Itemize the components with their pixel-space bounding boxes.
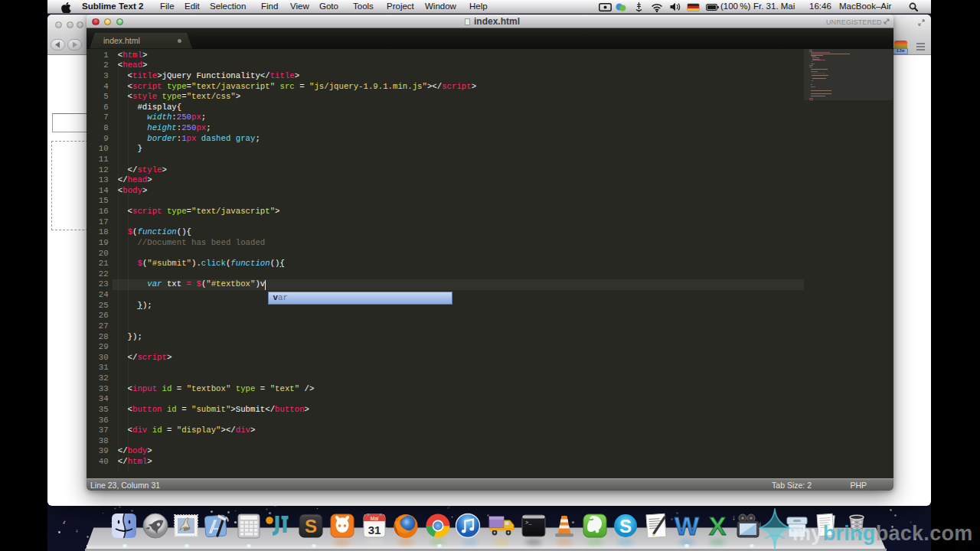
svg-text:>_: >_ xyxy=(525,520,532,526)
svg-text:X: X xyxy=(709,513,727,539)
svg-text:W: W xyxy=(675,513,700,539)
svg-text:31: 31 xyxy=(368,523,381,536)
svg-text:S: S xyxy=(305,516,317,536)
svg-text:Mai: Mai xyxy=(371,516,378,521)
svg-text:S: S xyxy=(619,516,632,536)
